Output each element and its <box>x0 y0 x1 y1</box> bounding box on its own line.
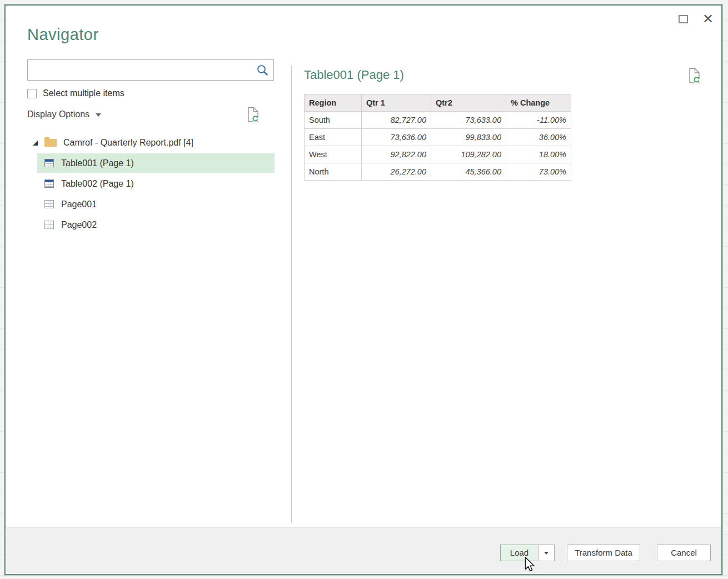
chevron-down-icon <box>96 113 101 117</box>
close-icon[interactable]: ✕ <box>702 12 714 26</box>
preview-table-header-row: Region Qtr 1 Qtr2 % Change <box>305 94 571 112</box>
maximize-icon[interactable] <box>679 15 688 23</box>
select-multiple-row: Select multiple items <box>27 88 124 98</box>
tree-item-label: Table001 (Page 1) <box>61 158 134 168</box>
search-icon[interactable] <box>256 64 269 79</box>
cell-change: -11.00% <box>506 112 571 129</box>
tree-item-label: Page002 <box>61 220 97 230</box>
sidebar-item-page002[interactable]: Page002 <box>37 215 275 234</box>
cell-qtr1: 26,272.00 <box>362 163 431 181</box>
table-icon <box>44 179 54 188</box>
table-row: North 26,272.00 45,366.00 73.00% <box>305 163 571 181</box>
cell-qtr1: 73,636.00 <box>362 129 431 146</box>
column-header: Qtr2 <box>431 94 506 112</box>
page-title: Navigator <box>27 26 99 44</box>
tree-item-label: Page001 <box>61 199 97 209</box>
page-icon <box>44 200 54 208</box>
dialog-footer: Load Transform Data Cancel <box>7 527 721 573</box>
cell-qtr1: 92,822.00 <box>362 146 431 163</box>
preview-title: Table001 (Page 1) <box>304 68 404 82</box>
tree-root-pdf[interactable]: Camrof - Quarterly Report.pdf [4] <box>27 133 275 152</box>
display-options-dropdown[interactable]: Display Options <box>27 109 101 119</box>
transform-data-button[interactable]: Transform Data <box>567 545 640 561</box>
cell-region: South <box>305 112 362 129</box>
preview-table: Region Qtr 1 Qtr2 % Change South 82,727.… <box>304 94 571 181</box>
table-row: South 82,727.00 73,633.00 -11.00% <box>305 112 571 129</box>
cell-qtr2: 99,833.00 <box>431 129 506 146</box>
mouse-cursor-icon <box>521 556 536 575</box>
cancel-button[interactable]: Cancel <box>657 545 711 561</box>
column-header: Qtr 1 <box>362 94 431 112</box>
navigation-tree: Camrof - Quarterly Report.pdf [4] Table0… <box>27 133 275 234</box>
page-icon <box>44 221 54 229</box>
cell-region: West <box>305 146 362 163</box>
cell-qtr1: 82,727.00 <box>362 112 431 129</box>
tree-root-label: Camrof - Quarterly Report.pdf [4] <box>63 138 193 148</box>
pane-divider <box>291 66 292 522</box>
screen: ✕ Navigator Select multiple items Displa… <box>0 0 728 579</box>
sidebar-item-table001[interactable]: Table001 (Page 1) <box>37 153 275 173</box>
folder-icon <box>44 139 57 147</box>
table-row: West 92,822.00 109,282.00 18.00% <box>305 146 571 163</box>
navigator-dialog: ✕ Navigator Select multiple items Displa… <box>4 4 722 575</box>
cell-change: 73.00% <box>506 163 571 181</box>
column-header: Region <box>305 94 362 112</box>
tree-item-label: Table002 (Page 1) <box>61 179 134 189</box>
search-input[interactable] <box>28 60 252 80</box>
search-box <box>27 59 274 81</box>
refresh-preview-icon[interactable] <box>247 107 260 125</box>
display-options-label: Display Options <box>27 109 89 119</box>
sidebar-item-table002[interactable]: Table002 (Page 1) <box>37 174 275 193</box>
cell-qtr2: 45,366.00 <box>431 163 506 181</box>
cell-change: 18.00% <box>506 146 571 163</box>
cell-region: East <box>305 129 362 146</box>
sidebar-item-page001[interactable]: Page001 <box>37 194 275 214</box>
select-multiple-checkbox[interactable] <box>27 89 37 98</box>
cell-region: North <box>305 163 362 181</box>
refresh-preview-icon[interactable] <box>688 68 701 86</box>
expand-collapse-icon[interactable] <box>33 141 38 146</box>
column-header: % Change <box>506 94 571 112</box>
window-controls: ✕ <box>679 12 714 26</box>
cell-qtr2: 73,633.00 <box>431 112 506 129</box>
cell-change: 36.00% <box>506 129 571 146</box>
cell-qtr2: 109,282.00 <box>431 146 506 163</box>
table-row: East 73,636.00 99,833.00 36.00% <box>305 129 571 146</box>
select-multiple-label: Select multiple items <box>43 88 124 98</box>
load-dropdown-button[interactable] <box>538 545 555 561</box>
table-icon <box>44 159 54 167</box>
chevron-down-icon <box>544 552 549 555</box>
